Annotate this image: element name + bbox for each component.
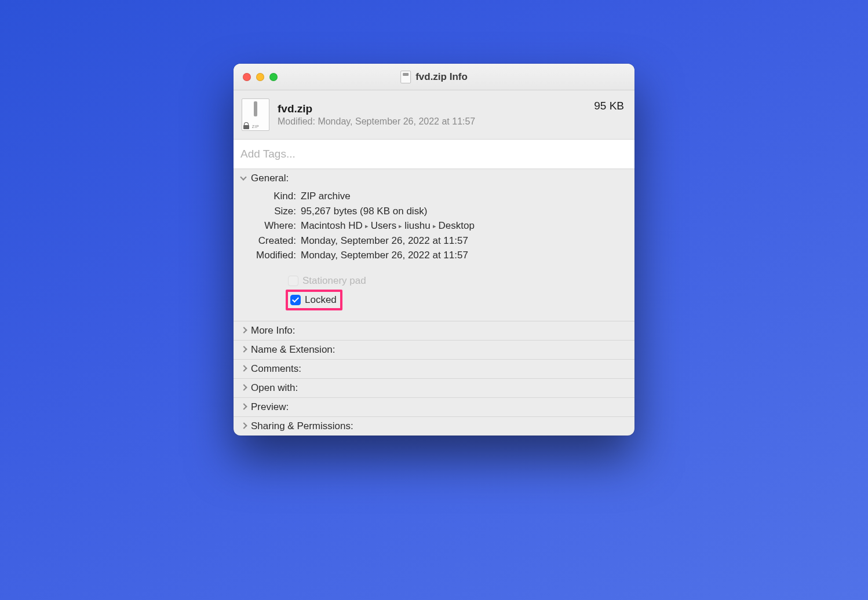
file-name: fvd.zip xyxy=(278,103,586,115)
section-general: General: Kind: ZIP archive Size: 95,267 … xyxy=(234,169,634,321)
section-preview-title: Preview: xyxy=(251,401,289,413)
where-path-segment: liushu xyxy=(404,220,430,231)
section-open-with: Open with: xyxy=(234,379,634,398)
where-path-segment: Desktop xyxy=(439,220,475,231)
section-general-body: Kind: ZIP archive Size: 95,267 bytes (98… xyxy=(234,188,634,321)
modified-row: Modified: Monday, September 26, 2022 at … xyxy=(240,248,628,263)
chevron-down-icon xyxy=(240,175,247,182)
kind-row: Kind: ZIP archive xyxy=(240,189,628,204)
section-comments-title: Comments: xyxy=(251,363,301,375)
section-comments-header[interactable]: Comments: xyxy=(234,360,634,378)
stationery-pad-label: Stationery pad xyxy=(302,275,366,287)
path-separator-icon: ▸ xyxy=(396,222,404,229)
chevron-right-icon xyxy=(240,365,247,372)
section-sharing-permissions-header[interactable]: Sharing & Permissions: xyxy=(234,417,634,436)
section-open-with-title: Open with: xyxy=(251,382,298,394)
close-window-button[interactable] xyxy=(243,73,251,81)
chevron-right-icon xyxy=(240,327,247,334)
section-name-extension: Name & Extension: xyxy=(234,341,634,360)
file-modified-summary: Modified: Monday, September 26, 2022 at … xyxy=(278,116,586,127)
kind-label: Kind: xyxy=(240,189,296,204)
zip-file-icon: ZIP xyxy=(242,98,269,131)
chevron-right-icon xyxy=(240,346,247,353)
chevron-right-icon xyxy=(240,385,247,392)
where-value: Macintosh HD▸Users▸liushu▸Desktop xyxy=(301,218,628,233)
section-comments: Comments: xyxy=(234,360,634,379)
lock-icon xyxy=(243,122,249,129)
window-title-text: fvd.zip Info xyxy=(415,71,468,83)
section-general-title: General: xyxy=(251,173,289,184)
modified-label: Modified: xyxy=(240,248,296,263)
tags-input[interactable]: Add Tags... xyxy=(234,140,634,169)
path-separator-icon: ▸ xyxy=(363,222,371,229)
created-value: Monday, September 26, 2022 at 11:57 xyxy=(301,233,628,248)
size-label: Size: xyxy=(240,204,296,219)
section-more-info-title: More Info: xyxy=(251,325,296,336)
created-row: Created: Monday, September 26, 2022 at 1… xyxy=(240,233,628,248)
titlebar[interactable]: fvd.zip Info xyxy=(234,64,634,90)
section-preview: Preview: xyxy=(234,398,634,417)
locked-label: Locked xyxy=(305,294,337,306)
section-open-with-header[interactable]: Open with: xyxy=(234,379,634,397)
section-general-header[interactable]: General: xyxy=(234,169,634,188)
locked-checkbox-row[interactable]: Locked xyxy=(286,290,342,310)
section-sharing-permissions-title: Sharing & Permissions: xyxy=(251,420,353,432)
where-path-segment: Macintosh HD xyxy=(301,220,363,231)
minimize-window-button[interactable] xyxy=(256,73,264,81)
file-header: ZIP fvd.zip Modified: Monday, September … xyxy=(234,90,634,140)
stationery-pad-checkbox xyxy=(288,276,298,286)
modified-value: Monday, September 26, 2022 at 11:57 xyxy=(301,248,628,263)
path-separator-icon: ▸ xyxy=(431,222,439,229)
section-more-info-header[interactable]: More Info: xyxy=(234,321,634,340)
size-value: 95,267 bytes (98 KB on disk) xyxy=(301,204,628,219)
where-path-segment: Users xyxy=(371,220,396,231)
kind-value: ZIP archive xyxy=(301,189,628,204)
section-name-extension-title: Name & Extension: xyxy=(251,344,335,356)
traffic-lights xyxy=(234,73,278,81)
file-size-display: 95 KB xyxy=(594,100,624,112)
window-title: fvd.zip Info xyxy=(400,71,468,83)
chevron-right-icon xyxy=(240,404,247,411)
chevron-right-icon xyxy=(240,423,247,430)
info-window: fvd.zip Info ZIP fvd.zip Modified: Monda… xyxy=(234,64,634,436)
created-label: Created: xyxy=(240,233,296,248)
section-more-info: More Info: xyxy=(234,321,634,341)
locked-checkbox[interactable] xyxy=(290,295,301,305)
section-preview-header[interactable]: Preview: xyxy=(234,398,634,416)
section-name-extension-header[interactable]: Name & Extension: xyxy=(234,341,634,359)
zoom-window-button[interactable] xyxy=(269,73,278,81)
where-row: Where: Macintosh HD▸Users▸liushu▸Desktop xyxy=(240,218,628,233)
stationery-pad-row: Stationery pad xyxy=(288,273,628,288)
zip-file-icon xyxy=(400,71,411,83)
where-label: Where: xyxy=(240,218,296,233)
size-row: Size: 95,267 bytes (98 KB on disk) xyxy=(240,204,628,219)
section-sharing-permissions: Sharing & Permissions: xyxy=(234,417,634,436)
